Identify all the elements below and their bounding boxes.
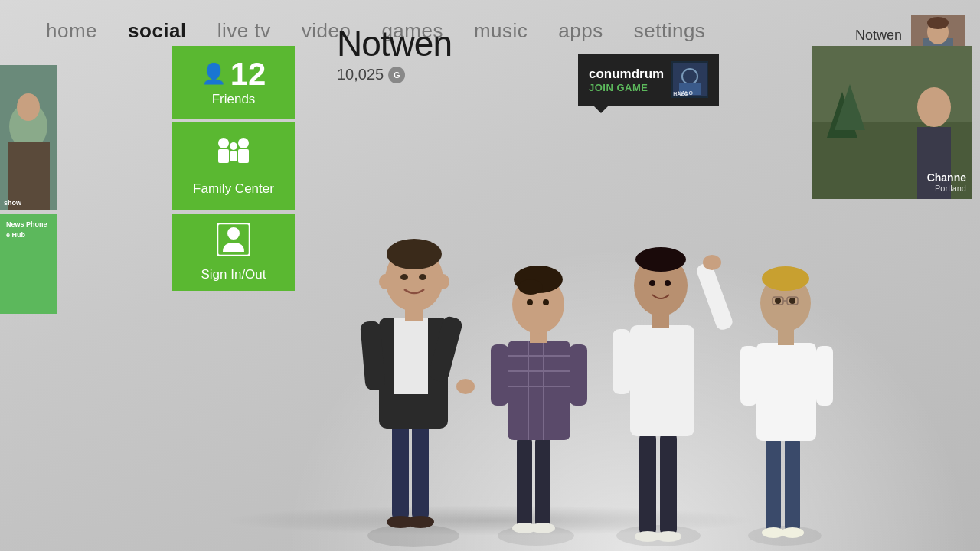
nav-item-social[interactable]: social (128, 19, 187, 43)
nav-item-home[interactable]: home (46, 19, 97, 43)
svg-point-36 (419, 274, 426, 280)
svg-rect-60 (660, 432, 677, 536)
svg-point-57 (543, 299, 549, 305)
game-thumbnail: HALO (671, 61, 708, 98)
svg-rect-74 (785, 436, 800, 532)
friends-person-icon: 👤 (201, 62, 226, 86)
bubble-text: conumdrum JOIN GAME (589, 67, 664, 93)
player-info: Notwen 10,025 G (337, 23, 452, 83)
player-score: 10,025 G (337, 66, 452, 83)
avatar-2 (491, 266, 587, 546)
left-top-label: show (4, 199, 21, 207)
svg-point-90 (917, 87, 951, 127)
svg-point-76 (781, 527, 804, 538)
svg-point-34 (387, 239, 442, 269)
svg-point-3 (927, 17, 949, 29)
profile-username: Notwen (854, 28, 902, 44)
family-center-label: Family Center (193, 181, 274, 197)
svg-rect-73 (766, 436, 781, 532)
svg-point-21 (368, 524, 459, 547)
svg-rect-79 (816, 346, 833, 406)
svg-rect-11 (230, 151, 237, 161)
left-top-tile[interactable]: show (0, 65, 57, 210)
svg-rect-59 (639, 432, 656, 536)
avatar-main (360, 239, 475, 547)
left-person-image (0, 65, 57, 210)
svg-point-12 (238, 138, 249, 148)
family-icon (214, 137, 253, 174)
svg-point-6 (17, 93, 40, 121)
svg-point-82 (762, 266, 809, 291)
svg-point-70 (649, 280, 655, 286)
gamerscore-value: 10,025 (337, 66, 384, 83)
left-side-panel: show News Phone e Hub (0, 65, 57, 551)
friends-tile-label: Friends (212, 92, 256, 107)
avatar-3 (612, 247, 734, 546)
sign-in-out-tile[interactable]: Sign In/Out (172, 214, 295, 291)
svg-rect-13 (238, 149, 249, 163)
svg-rect-22 (392, 421, 409, 520)
svg-point-35 (400, 274, 408, 280)
left-mid-label2: e Hub (6, 231, 51, 239)
nav-item-apps[interactable]: apps (558, 19, 603, 43)
signin-icon (217, 223, 250, 259)
svg-point-69 (635, 247, 686, 272)
svg-point-56 (527, 299, 533, 305)
left-mid-label1: News Phone (6, 220, 51, 228)
right-top-tile[interactable]: Channe Portland (812, 46, 972, 199)
svg-rect-40 (517, 436, 532, 528)
svg-text:HALO: HALO (678, 90, 693, 96)
player-name: Notwen (337, 23, 452, 64)
svg-rect-65 (695, 261, 734, 331)
bubble-username: conumdrum (589, 67, 664, 82)
svg-point-25 (407, 516, 434, 528)
svg-point-8 (218, 138, 229, 148)
family-center-tile[interactable]: Family Center (172, 122, 295, 210)
svg-rect-51 (570, 344, 587, 406)
menu-tiles: 👤 12 Friends Family Center (172, 46, 295, 291)
svg-rect-41 (535, 436, 550, 528)
svg-point-55 (518, 279, 543, 295)
nav-item-settings[interactable]: settings (634, 19, 706, 43)
left-mid-tile[interactable]: News Phone e Hub (0, 214, 57, 314)
right-tile-label: Channe Portland (927, 171, 966, 193)
right-side-panel: Channe Portland (812, 46, 980, 199)
nav-item-music[interactable]: music (474, 19, 528, 43)
svg-rect-9 (218, 149, 229, 163)
bubble-action[interactable]: JOIN GAME (589, 82, 664, 93)
svg-rect-78 (740, 346, 757, 406)
nav-item-livetv[interactable]: live tv (217, 19, 271, 43)
sign-in-out-label: Sign In/Out (201, 267, 266, 282)
svg-point-66 (703, 255, 721, 270)
gamerscore-icon: G (388, 67, 405, 83)
svg-point-83 (775, 298, 781, 304)
svg-point-71 (665, 280, 671, 286)
family-center-icon (214, 137, 253, 171)
avatar-4 (740, 266, 833, 546)
game-thumb-svg: HALO (671, 61, 708, 98)
friends-count-row: 👤 12 (201, 58, 266, 90)
speech-bubble[interactable]: conumdrum JOIN GAME HALO (578, 54, 719, 106)
svg-point-37 (379, 274, 391, 289)
svg-rect-64 (612, 329, 631, 394)
svg-point-10 (230, 142, 237, 150)
svg-rect-23 (412, 421, 429, 520)
svg-point-31 (456, 379, 475, 394)
signin-icon-svg (217, 223, 250, 256)
friends-count: 12 (230, 58, 266, 90)
svg-point-43 (531, 523, 555, 533)
svg-rect-77 (756, 343, 816, 441)
svg-rect-50 (491, 344, 508, 406)
svg-rect-27 (394, 318, 428, 394)
svg-point-84 (789, 298, 795, 304)
svg-point-62 (655, 531, 681, 542)
right-tile-title: Channe (927, 171, 966, 184)
friends-tile[interactable]: 👤 12 Friends (172, 46, 295, 119)
svg-point-38 (437, 274, 449, 289)
right-tile-sub: Portland (927, 184, 966, 193)
svg-point-15 (227, 227, 240, 240)
svg-rect-63 (630, 325, 694, 436)
